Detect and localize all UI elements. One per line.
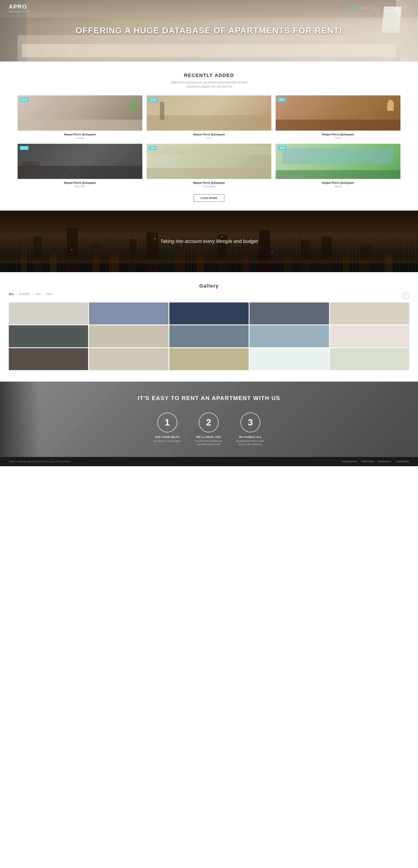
city-banner-text: Taking into account every lifestyle and … <box>160 239 258 244</box>
gallery-item-4[interactable] <box>250 303 329 324</box>
social-linkedin[interactable]: LINKEDIN <box>396 460 409 463</box>
footer-copyright: APRO © 2015 All rights reserved. Terms o… <box>9 461 70 463</box>
terms-link[interactable]: Terms of use <box>42 461 55 463</box>
gallery-item-15[interactable] <box>330 348 409 370</box>
apt-name-1: Neque Porro Quisquam <box>18 133 142 136</box>
gallery-item-5[interactable] <box>330 303 409 324</box>
site-header: APRO Apartments for rent Home About News… <box>0 0 418 16</box>
social-googleplus[interactable]: GOOGLE+ <box>378 460 392 463</box>
apt-name-5: Neque Porro Quisquam <box>147 181 271 184</box>
apt-card-3[interactable]: $79 Neque Porro Quisquam Paris <box>276 95 400 140</box>
apt-location-6: Rome <box>276 185 400 188</box>
social-twitter[interactable]: TWITTER <box>361 460 374 463</box>
footer-social: FACEBOOK TWITTER GOOGLE+ LINKEDIN <box>342 460 409 463</box>
gallery-item-12[interactable] <box>89 348 168 370</box>
gallery-item-10[interactable] <box>330 325 409 347</box>
apt-name-2: Neque Porro Quisquam <box>147 133 271 136</box>
gallery-item-7[interactable] <box>89 325 168 347</box>
apt-price-4: $149 <box>20 146 29 150</box>
apt-name-3: Neque Porro Quisquam <box>276 133 400 136</box>
filter-all[interactable]: ALL <box>9 292 14 296</box>
nav-gallery[interactable]: Gallery <box>385 6 394 10</box>
main-nav: Home About News Gallery Contacts <box>349 6 409 10</box>
gallery-section: Gallery ALL / EUROPE / USA / ASIA ⇧ <box>0 272 418 381</box>
apt-location-1: London <box>18 137 142 140</box>
scroll-up-button[interactable]: ⇧ <box>402 292 409 299</box>
apt-card-5[interactable]: $89 Neque Porro Quisquam Los Angeles <box>147 144 271 188</box>
apt-name-4: Neque Porro Quisquam <box>18 181 142 184</box>
gallery-item-11[interactable] <box>9 348 88 370</box>
load-more-button[interactable]: LOAD MORE <box>194 194 224 202</box>
filter-europe[interactable]: EUROPE <box>19 292 30 296</box>
apt-price-6: $289 <box>278 146 287 150</box>
apartments-grid: $149 Neque Porro Quisquam London $105 Ne… <box>18 95 400 188</box>
gallery-item-1[interactable] <box>9 303 88 324</box>
gallery-item-8[interactable] <box>169 325 249 347</box>
gallery-item-6[interactable] <box>9 325 88 347</box>
apt-location-4: New York <box>18 185 142 188</box>
apt-price-2: $105 <box>149 98 158 101</box>
gallery-item-9[interactable] <box>250 325 329 347</box>
gallery-controls: ALL / EUROPE / USA / ASIA ⇧ <box>9 292 409 299</box>
apt-card-2[interactable]: $105 Neque Porro Quisquam Lviv <box>147 95 271 140</box>
apt-location-5: Los Angeles <box>147 185 271 188</box>
nav-about[interactable]: About <box>361 6 368 10</box>
apt-price-3: $79 <box>278 98 285 101</box>
gallery-grid <box>9 303 409 373</box>
site-subtitle: Apartments for rent <box>9 10 29 13</box>
gallery-title: Gallery <box>9 283 409 289</box>
hero-content: OFFERING A HUGE DATABASE OF APARTMENTS F… <box>75 26 343 36</box>
apt-location-2: Lviv <box>147 137 271 140</box>
gallery-item-2[interactable] <box>89 303 168 324</box>
filter-asia[interactable]: ASIA <box>46 292 52 296</box>
gallery-filter: ALL / EUROPE / USA / ASIA <box>9 292 52 296</box>
filter-usa[interactable]: USA <box>35 292 41 296</box>
apt-name-6: Neque Porro Quisquam <box>276 181 400 184</box>
easy-rent-section: IT'S EASY TO RENT AN APARTMENT WITH US 1… <box>0 381 418 457</box>
apt-card-1[interactable]: $149 Neque Porro Quisquam London <box>18 95 142 140</box>
apt-price-5: $89 <box>149 146 156 150</box>
recently-added-title: RECENTLY ADDED <box>18 72 400 78</box>
nav-news[interactable]: News <box>373 6 380 10</box>
city-banner-section: Taking into account every lifestyle and … <box>0 211 418 272</box>
apt-card-4[interactable]: $149 Neque Porro Quisquam New York <box>18 144 142 188</box>
nav-contacts[interactable]: Contacts <box>398 6 409 10</box>
site-title: APRO <box>9 3 29 10</box>
apt-price-1: $149 <box>20 98 29 101</box>
social-facebook[interactable]: FACEBOOK <box>342 460 357 463</box>
hero-title: OFFERING A HUGE DATABASE OF APARTMENTS F… <box>75 26 343 36</box>
recently-added-subtitle: Neque porro quisquam est, qui dolorem ip… <box>18 81 400 89</box>
gallery-item-3[interactable] <box>169 303 249 324</box>
gallery-item-13[interactable] <box>169 348 249 370</box>
gallery-item-14[interactable] <box>250 348 329 370</box>
site-footer: APRO © 2015 All rights reserved. Terms o… <box>0 457 418 466</box>
apt-location-3: Paris <box>276 137 400 140</box>
logo: APRO Apartments for rent <box>9 3 29 13</box>
privacy-link[interactable]: Privacy Policy <box>57 461 70 463</box>
nav-home[interactable]: Home <box>349 6 357 10</box>
apt-card-6[interactable]: $289 Neque Porro Quisquam Rome <box>276 144 400 188</box>
recently-added-section: RECENTLY ADDED Neque porro quisquam est,… <box>0 62 418 211</box>
